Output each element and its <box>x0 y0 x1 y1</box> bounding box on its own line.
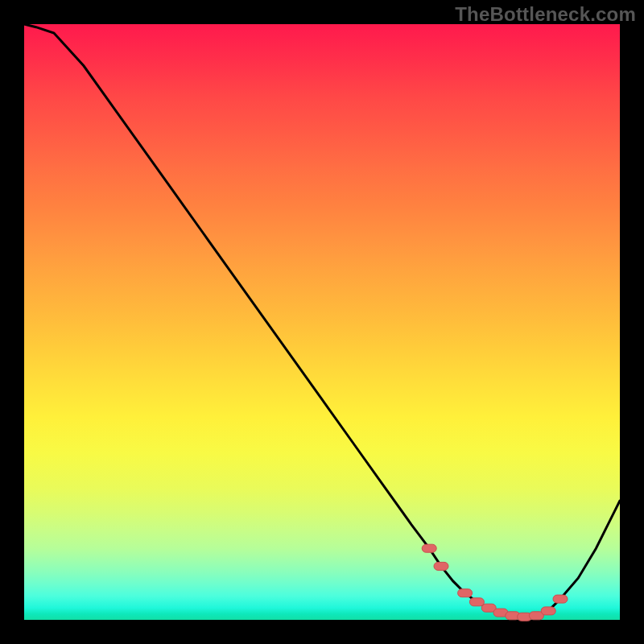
chart-marker <box>469 598 484 606</box>
chart-plot-area <box>24 24 620 620</box>
watermark-text: TheBottleneck.com <box>455 3 636 26</box>
chart-frame: TheBottleneck.com <box>0 0 644 644</box>
chart-marker <box>422 544 436 552</box>
chart-marker <box>541 607 555 615</box>
chart-marker <box>553 595 568 603</box>
chart-curve <box>24 24 620 617</box>
chart-marker <box>434 562 448 570</box>
chart-markers <box>422 544 568 621</box>
chart-marker <box>458 589 473 597</box>
chart-svg <box>24 24 620 620</box>
